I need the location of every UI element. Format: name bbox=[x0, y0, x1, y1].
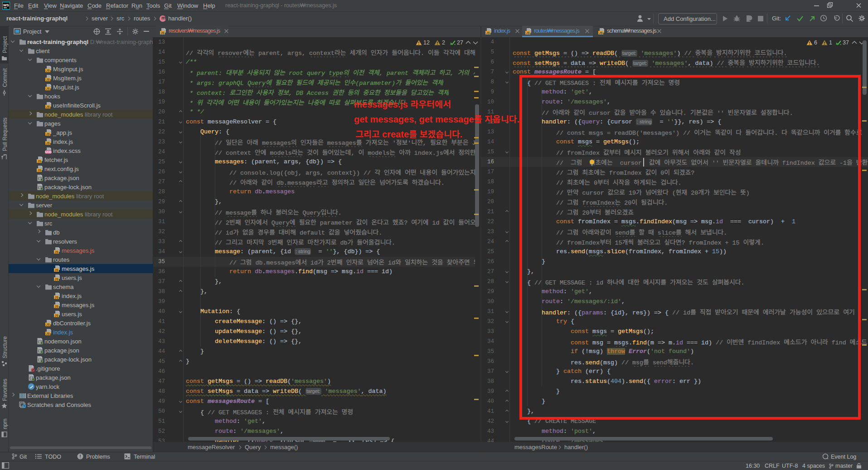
svg-text:JS: JS bbox=[486, 31, 490, 34]
svg-text:JS: JS bbox=[46, 105, 50, 108]
svg-text:JS: JS bbox=[46, 78, 50, 81]
svg-text:JS: JS bbox=[46, 132, 50, 136]
svg-text:JS: JS bbox=[599, 31, 603, 34]
svg-text:WS: WS bbox=[3, 3, 10, 7]
svg-text:JS: JS bbox=[55, 314, 59, 317]
svg-text:JS: JS bbox=[161, 31, 165, 34]
svg-text:JS: JS bbox=[55, 296, 59, 299]
svg-text:SASS: SASS bbox=[45, 151, 52, 153]
svg-text:JS: JS bbox=[55, 269, 59, 272]
svg-text:JS: JS bbox=[46, 87, 50, 90]
svg-text:JS: JS bbox=[526, 31, 530, 34]
svg-text:JS: JS bbox=[46, 69, 50, 72]
svg-text:JS: JS bbox=[46, 323, 50, 326]
svg-text:JS: JS bbox=[46, 142, 50, 145]
svg-text:JS: JS bbox=[55, 305, 59, 308]
svg-text:JS: JS bbox=[46, 332, 50, 335]
svg-text:JS: JS bbox=[55, 250, 59, 254]
svg-text:JS: JS bbox=[55, 278, 59, 281]
svg-text:JS: JS bbox=[38, 160, 42, 163]
svg-text:JS: JS bbox=[38, 169, 42, 172]
